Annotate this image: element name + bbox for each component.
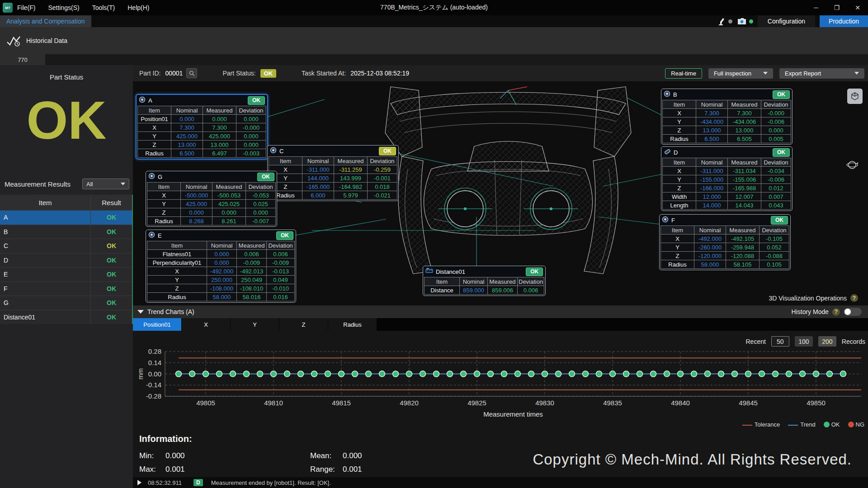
collapse-icon[interactable]: [137, 310, 144, 314]
data-point[interactable]: [556, 371, 561, 377]
realtime-button[interactable]: Real-time: [665, 68, 702, 79]
data-point[interactable]: [773, 371, 778, 377]
tab-770[interactable]: 770: [0, 54, 45, 65]
measurement-table-D[interactable]: DOKItemNominalMeasuredDeviationX-311.000…: [661, 146, 793, 211]
data-point[interactable]: [583, 371, 589, 377]
data-point[interactable]: [284, 371, 290, 377]
part-id-value[interactable]: 00001: [165, 70, 183, 77]
data-point[interactable]: [325, 371, 331, 377]
rotate-view-button[interactable]: [844, 157, 860, 173]
data-point[interactable]: [515, 371, 521, 377]
result-row-Distance01[interactable]: Distance01OK: [0, 310, 132, 324]
history-mode-help-icon[interactable]: ?: [832, 308, 840, 316]
data-point[interactable]: [379, 371, 385, 377]
data-point[interactable]: [271, 371, 277, 377]
data-point[interactable]: [800, 371, 806, 377]
data-point[interactable]: [352, 371, 358, 377]
data-point[interactable]: [651, 371, 656, 377]
result-row-A[interactable]: AOK: [0, 210, 132, 225]
menu-file[interactable]: File(F): [17, 4, 35, 11]
measurement-table-G[interactable]: GOKItemNominalMeasuredDeviationX-500.000…: [146, 171, 277, 227]
trend-tab-z[interactable]: Z: [279, 318, 328, 331]
data-point[interactable]: [718, 371, 724, 377]
menu-tools[interactable]: Tools(T): [92, 4, 115, 11]
data-point[interactable]: [745, 371, 751, 377]
data-point[interactable]: [176, 371, 182, 377]
result-row-F[interactable]: FOK: [0, 282, 132, 296]
configuration-button[interactable]: Configuration: [758, 15, 815, 27]
result-row-B[interactable]: BOK: [0, 225, 132, 239]
data-point[interactable]: [339, 371, 344, 377]
data-point[interactable]: [691, 371, 697, 377]
menu-help[interactable]: Help(H): [127, 4, 149, 11]
data-point[interactable]: [664, 371, 670, 377]
result-row-E[interactable]: EOK: [0, 267, 132, 282]
data-point[interactable]: [311, 371, 317, 377]
data-point[interactable]: [474, 371, 480, 377]
data-point[interactable]: [732, 371, 738, 377]
maximize-icon[interactable]: ❐: [826, 0, 847, 15]
data-point[interactable]: [434, 371, 439, 377]
data-point[interactable]: [447, 371, 453, 377]
data-point[interactable]: [203, 371, 209, 377]
data-point[interactable]: [637, 371, 643, 377]
export-report-dropdown[interactable]: Export Report: [779, 68, 864, 79]
measurement-table-Distance01[interactable]: Distance01OKItemNominalMeasuredDeviation…: [423, 266, 546, 296]
nominal-cell: 425.000: [181, 200, 212, 208]
trend-tab-radius[interactable]: Radius: [328, 318, 377, 331]
trend-tab-position01[interactable]: Position01: [133, 318, 181, 331]
data-point[interactable]: [542, 371, 548, 377]
data-point[interactable]: [420, 371, 426, 377]
data-point[interactable]: [623, 371, 629, 377]
trend-charts-header[interactable]: Trend Charts (A) History Mode ?: [133, 305, 868, 318]
data-point[interactable]: [189, 371, 195, 377]
data-point[interactable]: [244, 371, 250, 377]
data-point[interactable]: [678, 371, 684, 377]
results-filter-dropdown[interactable]: All: [82, 178, 129, 189]
data-point[interactable]: [569, 371, 575, 377]
data-point[interactable]: [501, 371, 507, 377]
data-point[interactable]: [610, 371, 616, 377]
data-point[interactable]: [813, 371, 819, 377]
search-part-button[interactable]: [186, 68, 197, 78]
data-point[interactable]: [827, 371, 833, 377]
data-point[interactable]: [406, 371, 412, 377]
measurement-table-F[interactable]: FOKItemNominalMeasuredDeviationX-492.000…: [659, 214, 791, 270]
data-point[interactable]: [596, 371, 602, 377]
view-cube-button[interactable]: [847, 89, 863, 104]
data-point[interactable]: [786, 371, 792, 377]
result-row-D[interactable]: DOK: [0, 253, 132, 267]
data-point[interactable]: [528, 371, 534, 377]
data-point[interactable]: [257, 371, 263, 377]
trend-tab-x[interactable]: X: [182, 318, 230, 331]
production-button[interactable]: Production: [820, 15, 868, 27]
expand-log-icon[interactable]: [137, 480, 142, 485]
measurement-table-E[interactable]: EOKItemNominalMeasuredDeviationFlatness0…: [146, 230, 296, 303]
data-point[interactable]: [461, 371, 467, 377]
measurement-table-B[interactable]: BOKItemNominalMeasuredDeviationX7.3007.3…: [661, 89, 793, 145]
data-point[interactable]: [705, 371, 711, 377]
data-point[interactable]: [759, 371, 765, 377]
data-point[interactable]: [366, 371, 372, 377]
result-row-C[interactable]: COK: [0, 239, 132, 253]
measurement-table-A[interactable]: AOKItemNominalMeasuredDeviationPosition0…: [136, 94, 268, 160]
data-point[interactable]: [393, 371, 399, 377]
data-point[interactable]: [217, 371, 222, 377]
data-point[interactable]: [488, 371, 494, 377]
inspection-mode-dropdown[interactable]: Full inspection: [708, 68, 773, 79]
feature-data-table: ItemNominalMeasuredDeviationX-492.000-49…: [660, 225, 789, 269]
result-row-G[interactable]: GOK: [0, 296, 132, 310]
measurement-table-C[interactable]: COKItemNominalMeasuredDeviationX-311.000…: [267, 145, 399, 201]
help-icon[interactable]: ?: [850, 294, 858, 302]
tab-analysis-and-compensation[interactable]: Analysis and Compensation: [0, 15, 91, 27]
data-point[interactable]: [298, 371, 304, 377]
minimize-icon[interactable]: ─: [806, 0, 826, 15]
history-mode-toggle[interactable]: [844, 308, 862, 316]
close-icon[interactable]: ✕: [847, 0, 868, 15]
historical-data-button[interactable]: Historical Data: [6, 34, 67, 47]
3d-viewport[interactable]: AOKItemNominalMeasuredDeviationPosition0…: [133, 81, 868, 305]
data-point[interactable]: [840, 371, 846, 377]
trend-tab-y[interactable]: Y: [231, 318, 279, 331]
menu-settings[interactable]: Settings(S): [48, 4, 79, 11]
data-point[interactable]: [230, 371, 236, 377]
